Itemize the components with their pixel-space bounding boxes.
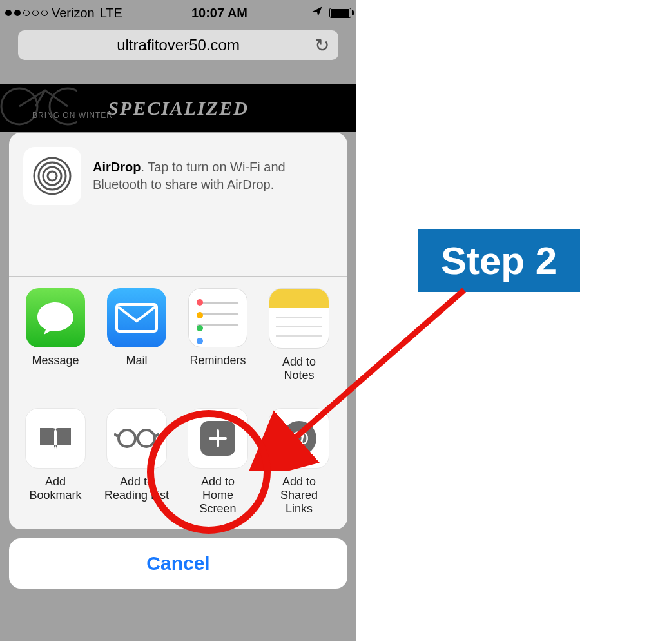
svg-point-3 (43, 167, 61, 185)
app-label: Mail (126, 354, 147, 367)
action-label: Add to Home Screen (184, 475, 251, 515)
location-icon (311, 6, 323, 21)
svg-rect-6 (117, 304, 157, 331)
share-app-mail[interactable]: Mail (103, 288, 170, 382)
share-app-notes[interactable]: Add to Notes (266, 288, 333, 382)
share-sheet: AirDrop. Tap to turn on Wi-Fi and Blueto… (9, 133, 347, 630)
action-add-home-screen[interactable]: Add to Home Screen (184, 408, 251, 515)
reminders-icon (188, 288, 248, 347)
phone-frame: Verizon LTE 10:07 AM ultrafitover50.com … (0, 0, 356, 641)
message-icon (26, 288, 85, 347)
shared-links-icon: @ (269, 408, 329, 469)
action-label: Add to Reading List (104, 475, 169, 502)
app-label: Message (32, 354, 79, 367)
mail-icon (107, 288, 166, 347)
share-app-peek[interactable] (347, 288, 347, 382)
airdrop-icon (23, 147, 81, 205)
address-bar-container: ultrafitover50.com ↻ (0, 26, 356, 64)
annotation-label: Step 2 (441, 239, 557, 282)
svg-point-2 (48, 171, 57, 181)
svg-point-8 (138, 430, 155, 447)
next-app-peek-icon (347, 288, 347, 347)
share-actions-row[interactable]: Add Bookmark Add to Reading List Add to … (9, 396, 347, 529)
cancel-label: Cancel (146, 552, 209, 574)
share-apps-row[interactable]: Message Mail Reminders (9, 277, 347, 396)
carrier-label: Verizon (52, 6, 95, 21)
clock-label: 10:07 AM (128, 6, 311, 21)
action-label: Add to Shared Links (266, 475, 333, 515)
reading-list-icon (106, 408, 167, 469)
svg-point-7 (119, 430, 135, 447)
url-text: ultrafitover50.com (117, 36, 240, 54)
action-label: Add Bookmark (29, 475, 81, 502)
cancel-button[interactable]: Cancel (9, 538, 347, 589)
app-label: Add to Notes (266, 355, 333, 382)
address-bar[interactable]: ultrafitover50.com ↻ (18, 30, 339, 60)
airdrop-section[interactable]: AirDrop. Tap to turn on Wi-Fi and Blueto… (9, 133, 347, 276)
annotation-callout: Step 2 (418, 229, 580, 292)
action-add-shared-links[interactable]: @ Add to Shared Links (266, 408, 333, 515)
airdrop-title: AirDrop (93, 160, 141, 174)
reload-icon[interactable]: ↻ (315, 35, 329, 56)
share-app-message[interactable]: Message (22, 288, 89, 382)
airdrop-text: AirDrop. Tap to turn on Wi-Fi and Blueto… (93, 159, 299, 193)
action-add-bookmark[interactable]: Add Bookmark (22, 408, 89, 515)
action-add-reading-list[interactable]: Add to Reading List (103, 408, 170, 515)
bookmark-icon (25, 408, 86, 469)
network-label: LTE (100, 6, 122, 21)
share-app-reminders[interactable]: Reminders (184, 288, 251, 382)
battery-icon (329, 8, 351, 18)
app-label: Reminders (189, 354, 246, 367)
status-bar: Verizon LTE 10:07 AM (0, 0, 356, 26)
notes-icon (269, 288, 329, 349)
at-icon: @ (282, 421, 316, 456)
plus-icon (200, 421, 235, 456)
signal-dots-icon (5, 10, 48, 16)
home-screen-icon (188, 408, 248, 469)
